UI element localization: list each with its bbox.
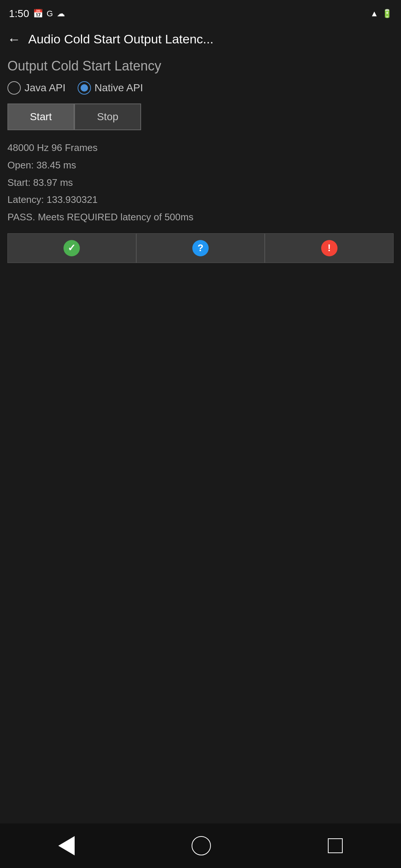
start-button[interactable]: Start: [7, 103, 74, 130]
section-title: Output Cold Start Latency: [7, 58, 394, 74]
home-circle-icon: [192, 836, 211, 855]
nav-recents-button[interactable]: [320, 831, 350, 861]
app-bar: ← Audio Cold Start Output Latenc...: [0, 26, 401, 52]
stat-hz-frames: 48000 Hz 96 Frames: [7, 139, 394, 157]
info-icon: ?: [192, 240, 209, 256]
status-icons-row: ✓ ? !: [7, 233, 394, 263]
wifi-icon: ▲: [370, 9, 378, 19]
nav-home-button[interactable]: [184, 829, 218, 863]
time-display: 1:50: [9, 8, 29, 20]
stat-start: Start: 83.97 ms: [7, 174, 394, 191]
pass-status-button[interactable]: ✓: [7, 233, 136, 263]
calendar-icon: 📅: [33, 9, 43, 19]
error-exclamation: !: [327, 242, 331, 254]
pass-icon: ✓: [63, 240, 80, 256]
info-question: ?: [198, 242, 203, 254]
google-icon: G: [47, 9, 53, 19]
info-status-button[interactable]: ?: [136, 233, 265, 263]
status-left: 1:50 📅 G ☁: [9, 8, 65, 20]
radio-native-api[interactable]: Native API: [78, 81, 143, 95]
recents-square-icon: [328, 838, 343, 853]
radio-java-api-label: Java API: [25, 82, 66, 94]
bottom-nav: [0, 823, 401, 868]
error-status-button[interactable]: !: [265, 233, 394, 263]
button-group: Start Stop: [7, 103, 394, 130]
nav-back-button[interactable]: [51, 829, 82, 863]
radio-group: Java API Native API: [7, 81, 394, 95]
stop-button[interactable]: Stop: [74, 103, 141, 130]
radio-java-api[interactable]: Java API: [7, 81, 66, 95]
status-right: ▲ 🔋: [370, 9, 392, 19]
error-icon: !: [321, 240, 338, 256]
status-bar: 1:50 📅 G ☁ ▲ 🔋: [0, 0, 401, 26]
stats-area: 48000 Hz 96 Frames Open: 38.45 ms Start:…: [7, 139, 394, 226]
battery-icon: 🔋: [382, 9, 392, 19]
back-button[interactable]: ←: [7, 33, 21, 46]
radio-native-api-circle[interactable]: [78, 81, 91, 95]
radio-native-api-label: Native API: [95, 82, 143, 94]
content-area: Output Cold Start Latency Java API Nativ…: [0, 52, 401, 269]
stat-open: Open: 38.45 ms: [7, 157, 394, 174]
stat-latency: Latency: 133.930321: [7, 191, 394, 208]
cloud-icon: ☁: [57, 9, 65, 19]
pass-checkmark: ✓: [68, 242, 76, 254]
radio-java-api-circle[interactable]: [7, 81, 21, 95]
app-title: Audio Cold Start Output Latenc...: [28, 32, 213, 46]
back-triangle-icon: [58, 836, 75, 855]
stat-pass-message: PASS. Meets REQUIRED latency of 500ms: [7, 208, 394, 226]
